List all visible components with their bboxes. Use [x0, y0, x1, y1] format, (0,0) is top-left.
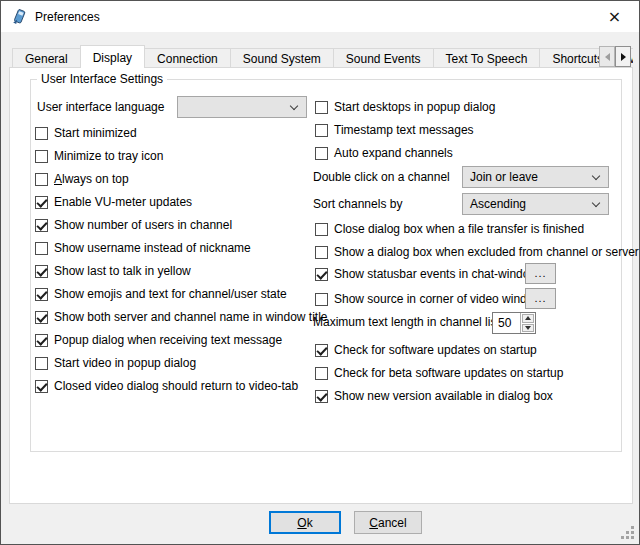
window-title: Preferences — [35, 10, 100, 24]
checkbox-label: Show last to talk in yellow — [48, 264, 191, 278]
checkbox-row[interactable]: Show emojis and text for channel/user st… — [35, 286, 287, 302]
tab-connection[interactable]: Connection — [144, 48, 231, 68]
checkbox-row[interactable]: Check for beta software updates on start… — [315, 365, 563, 381]
checkbox[interactable] — [315, 390, 328, 403]
tab-sound-events[interactable]: Sound Events — [333, 48, 434, 68]
app-icon — [11, 8, 28, 25]
tab-strip: General Display Connection Sound System … — [12, 45, 633, 68]
spinner-buttons — [520, 313, 535, 333]
sort-channels-label-row: Sort channels by — [313, 196, 402, 212]
ok-button[interactable]: Ok — [269, 511, 341, 534]
checkbox[interactable] — [35, 334, 48, 347]
double-click-label: Double click on a channel — [313, 170, 450, 184]
checkbox[interactable] — [315, 367, 328, 380]
checkbox-row[interactable]: Show source in corner of video window — [315, 291, 542, 307]
max-text-length-value: 50 — [493, 313, 520, 333]
checkbox-label: Start minimized — [48, 126, 137, 140]
checkbox[interactable] — [35, 219, 48, 232]
checkbox-label: Show statusbar events in chat-window — [328, 267, 538, 281]
checkbox-label: Minimize to tray icon — [48, 149, 163, 163]
checkbox-row[interactable]: Always on top — [35, 171, 129, 187]
statusbar-events-ellipsis-button[interactable]: ... — [525, 263, 556, 284]
checkbox[interactable] — [35, 288, 48, 301]
tab-scrollers — [599, 46, 631, 67]
checkbox-label: Check for beta software updates on start… — [328, 366, 563, 380]
checkbox[interactable] — [35, 242, 48, 255]
checkbox-row[interactable]: Popup dialog when receiving text message — [35, 332, 282, 348]
checkbox[interactable] — [35, 311, 48, 324]
checkbox-label: Always on top — [48, 172, 129, 186]
tab-text-to-speech[interactable]: Text To Speech — [433, 48, 541, 68]
checkbox-label: Show emojis and text for channel/user st… — [48, 287, 287, 301]
checkbox[interactable] — [315, 268, 328, 281]
display-tab-page: User Interface Settings User interface l… — [9, 67, 633, 504]
checkbox-row[interactable]: Timestamp text messages — [315, 122, 474, 138]
checkbox[interactable] — [35, 380, 48, 393]
checkbox-label: Show source in corner of video window — [328, 292, 542, 306]
resize-grip-icon[interactable] — [631, 536, 634, 539]
checkbox-row[interactable]: Show both server and channel name in win… — [35, 309, 328, 325]
checkbox-row[interactable]: Start minimized — [35, 125, 137, 141]
video-source-ellipsis-button[interactable]: ... — [525, 288, 556, 309]
language-row: User interface language — [37, 99, 164, 115]
max-text-length-label-row: Maximum text length in channel list — [313, 314, 500, 330]
checkbox-row[interactable]: Show new version available in dialog box — [315, 388, 553, 404]
checkbox[interactable] — [315, 101, 328, 114]
group-title: User Interface Settings — [37, 72, 167, 86]
checkbox-row[interactable]: Minimize to tray icon — [35, 148, 163, 164]
checkbox-label: Check for software updates on startup — [328, 343, 537, 357]
double-click-combobox[interactable]: Join or leave — [462, 166, 609, 188]
checkbox[interactable] — [315, 246, 328, 259]
checkbox[interactable] — [315, 344, 328, 357]
checkbox-label: Show both server and channel name in win… — [48, 310, 328, 324]
spinner-up-icon[interactable] — [522, 314, 534, 323]
checkbox-label: Start desktops in popup dialog — [328, 100, 495, 114]
checkbox-row[interactable]: Enable VU-meter updates — [35, 194, 192, 210]
checkbox[interactable] — [315, 223, 328, 236]
checkbox[interactable] — [35, 127, 48, 140]
tab-sound-system[interactable]: Sound System — [230, 48, 334, 68]
language-combobox[interactable] — [177, 96, 307, 118]
preferences-dialog: Preferences × General Display Connection… — [0, 0, 640, 545]
chevron-down-icon — [290, 102, 298, 110]
checkbox[interactable] — [35, 357, 48, 370]
max-text-length-spinner[interactable]: 50 — [492, 312, 536, 334]
tab-scroll-left-icon[interactable] — [599, 46, 615, 67]
checkbox[interactable] — [315, 147, 328, 160]
checkbox-row[interactable]: Close dialog box when a file transfer is… — [315, 221, 584, 237]
tab-scroll-right-icon[interactable] — [615, 46, 631, 67]
titlebar[interactable]: Preferences × — [1, 1, 639, 32]
checkbox-label: Auto expand channels — [328, 146, 453, 160]
spinner-down-icon[interactable] — [522, 324, 534, 333]
chevron-down-icon — [592, 172, 600, 180]
tab-general[interactable]: General — [12, 48, 81, 68]
cancel-button[interactable]: Cancel — [354, 511, 422, 534]
checkbox-row[interactable]: Show last to talk in yellow — [35, 263, 191, 279]
max-text-length-label: Maximum text length in channel list — [313, 315, 500, 329]
sort-channels-combobox[interactable]: Ascending — [462, 193, 609, 215]
checkbox[interactable] — [35, 196, 48, 209]
checkbox-label: Timestamp text messages — [328, 123, 474, 137]
checkbox[interactable] — [35, 265, 48, 278]
chevron-down-icon — [592, 199, 600, 207]
double-click-label-row: Double click on a channel — [313, 169, 450, 185]
close-icon[interactable]: × — [592, 2, 637, 31]
checkbox[interactable] — [35, 150, 48, 163]
checkbox[interactable] — [315, 293, 328, 306]
tab-display[interactable]: Display — [80, 45, 145, 68]
checkbox-label: Show number of users in channel — [48, 218, 232, 232]
checkbox-label: Show username instead of nickname — [48, 241, 251, 255]
checkbox-row[interactable]: Start video in popup dialog — [35, 355, 196, 371]
checkbox-row[interactable]: Show a dialog box when excluded from cha… — [315, 244, 639, 260]
checkbox-row[interactable]: Check for software updates on startup — [315, 342, 537, 358]
cancel-button-label: Cancel — [369, 516, 406, 530]
sort-channels-value: Ascending — [470, 197, 526, 211]
checkbox[interactable] — [35, 173, 48, 186]
checkbox-row[interactable]: Auto expand channels — [315, 145, 453, 161]
checkbox-row[interactable]: Closed video dialog should return to vid… — [35, 378, 298, 394]
checkbox-row[interactable]: Start desktops in popup dialog — [315, 99, 495, 115]
checkbox-row[interactable]: Show statusbar events in chat-window — [315, 266, 538, 282]
checkbox-row[interactable]: Show number of users in channel — [35, 217, 232, 233]
checkbox-row[interactable]: Show username instead of nickname — [35, 240, 251, 256]
checkbox[interactable] — [315, 124, 328, 137]
